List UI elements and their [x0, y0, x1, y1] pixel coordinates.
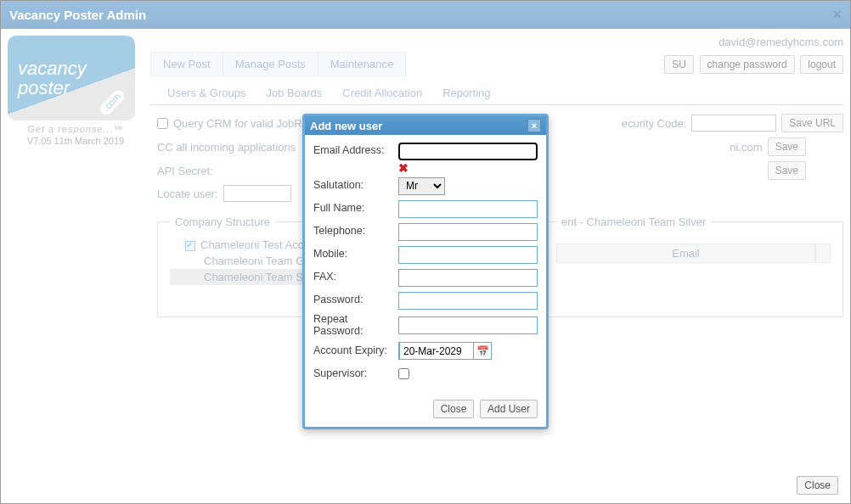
repeat-password-input[interactable] [398, 316, 538, 334]
row-password: Password: [313, 291, 538, 310]
fullname-input[interactable] [398, 200, 538, 218]
account-expiry-field: 📅 [398, 342, 492, 360]
mobile-label: Mobile: [313, 249, 398, 260]
page-close-button[interactable]: Close [797, 476, 838, 495]
modal-close-button[interactable]: Close [433, 400, 475, 418]
email-input[interactable] [398, 143, 538, 160]
modal-title-bar: Add new user × [305, 116, 546, 135]
modal-body: Email Address: ✖ Salutation: Mr Full Nam… [305, 135, 546, 395]
row-telephone: Telephone: [313, 222, 538, 241]
row-repeat-password: Repeat Password: [313, 314, 538, 338]
fax-label: FAX: [313, 272, 398, 283]
row-salutation: Salutation: Mr [313, 176, 538, 195]
telephone-label: Telephone: [313, 226, 398, 238]
row-fax: FAX: [313, 268, 538, 287]
row-fullname: Full Name: [313, 199, 538, 218]
salutation-label: Salutation: [313, 180, 398, 192]
mobile-input[interactable] [398, 246, 538, 264]
add-user-button[interactable]: Add User [480, 400, 538, 418]
email-label: Email Address: [313, 145, 398, 157]
modal-title: Add new user [310, 120, 382, 132]
calendar-icon[interactable]: 📅 [474, 345, 491, 357]
add-user-modal: Add new user × Email Address: ✖ Salutati… [302, 114, 549, 429]
repeat-password-label: Repeat Password: [313, 314, 398, 338]
modal-footer: Close Add User [305, 395, 546, 427]
row-supervisor: Supervisor: [313, 365, 538, 384]
app-window: Vacancy Poster Admin × vacancy poster .c… [0, 0, 851, 504]
email-error-icon: ✖ [398, 162, 538, 174]
password-input[interactable] [398, 292, 538, 310]
password-label: Password: [313, 294, 398, 306]
supervisor-label: Supervisor: [313, 368, 398, 380]
telephone-input[interactable] [398, 223, 538, 241]
fax-input[interactable] [398, 269, 538, 287]
account-expiry-input[interactable] [399, 342, 474, 360]
row-account-expiry: Account Expiry: 📅 [313, 342, 538, 361]
supervisor-checkbox[interactable] [398, 368, 409, 379]
row-mobile: Mobile: [313, 245, 538, 264]
row-email: Email Address: [313, 142, 538, 160]
modal-close-icon[interactable]: × [527, 119, 541, 132]
account-expiry-label: Account Expiry: [313, 345, 398, 357]
salutation-select[interactable]: Mr [398, 177, 445, 195]
fullname-label: Full Name: [313, 203, 398, 215]
